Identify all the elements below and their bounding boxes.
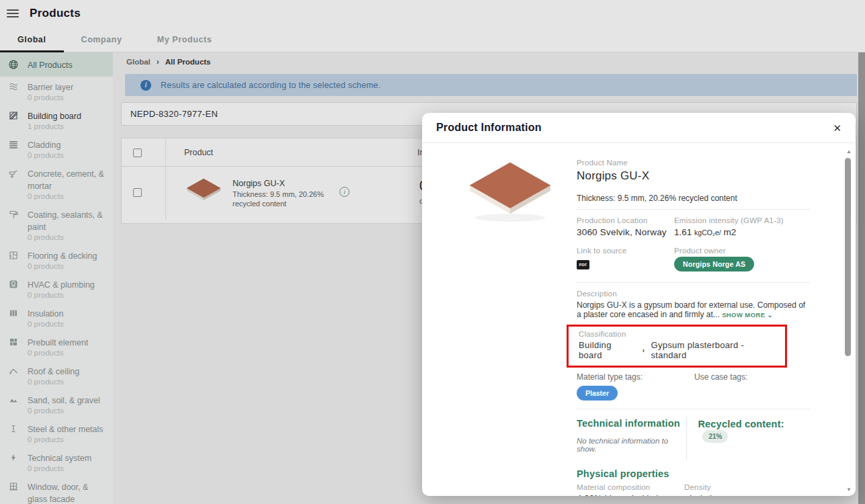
density-value: - kg/m³ (684, 493, 811, 496)
classification-annotation-box: Classification Building board › Gypsum p… (567, 325, 787, 368)
modal-header: Product Information ✕ (422, 113, 856, 143)
description-label: Description (577, 290, 811, 298)
modal-title: Product Information (436, 122, 542, 134)
production-location-value: 3060 Svelvik, Norway (577, 227, 674, 237)
technical-information-title: Technical information (577, 418, 686, 429)
thickness-text: Thickness: 9.5 mm, 20.26% recycled conte… (577, 194, 811, 203)
close-icon[interactable]: ✕ (833, 123, 841, 133)
modal-scrollbar-thumb[interactable] (845, 158, 851, 356)
product-information-modal: Product Information ✕ Product Name Norgi… (422, 113, 856, 496)
description-text: Norgips GU-X is a gypsum board for exter… (577, 300, 811, 320)
modal-body: Product Name Norgips GU-X Thickness: 9.5… (422, 144, 856, 496)
classification-label: Classification (579, 330, 780, 338)
emission-unit: kgCO₂e/ (694, 228, 721, 237)
classification-child[interactable]: Gypsum plasterboard - standard (651, 340, 780, 360)
product-image (460, 155, 560, 228)
material-tags-label: Material type tags: (577, 372, 694, 382)
emission-intensity-label: Emission intensity (GWP A1-3) (674, 216, 811, 224)
use-case-tags-label: Use case tags: (694, 372, 811, 382)
product-details: Product Name Norgips GU-X Thickness: 9.5… (577, 159, 811, 496)
emission-intensity-value: 1.61 kgCO₂e/ m2 (674, 227, 811, 237)
scroll-up-icon[interactable]: ▲ (846, 149, 852, 155)
modal-product-name: Norgips GU-X (577, 169, 811, 183)
material-composition-label: Material composition (577, 483, 684, 491)
density-label: Density (684, 483, 811, 491)
recycled-content-badge: 21% (702, 430, 728, 443)
composition-value: 4.28% biogenic (dry) (577, 493, 684, 496)
pdf-icon[interactable]: PDF (577, 260, 589, 269)
recycled-content-label: Recycled content: (698, 419, 784, 429)
show-more-link[interactable]: SHOW MORE ⌄ (722, 311, 773, 319)
link-to-source-label: Link to source (577, 247, 674, 255)
chevron-right-icon: › (643, 346, 645, 354)
classification-path: Building board › Gypsum plasterboard - s… (579, 340, 780, 360)
classification-parent[interactable]: Building board (579, 340, 636, 360)
page: Products Global Company My Products All … (0, 0, 865, 504)
technical-empty-text: No technical information to show. (577, 437, 686, 453)
product-owner-badge[interactable]: Norgips Norge AS (674, 257, 754, 271)
scroll-down-icon[interactable]: ▼ (846, 487, 852, 493)
product-owner-label: Product owner (674, 247, 811, 255)
material-tag-plaster[interactable]: Plaster (577, 386, 618, 401)
production-location-label: Production Location (577, 216, 674, 224)
physical-properties-title: Physical properties (577, 468, 811, 479)
product-name-label: Product Name (577, 159, 811, 167)
